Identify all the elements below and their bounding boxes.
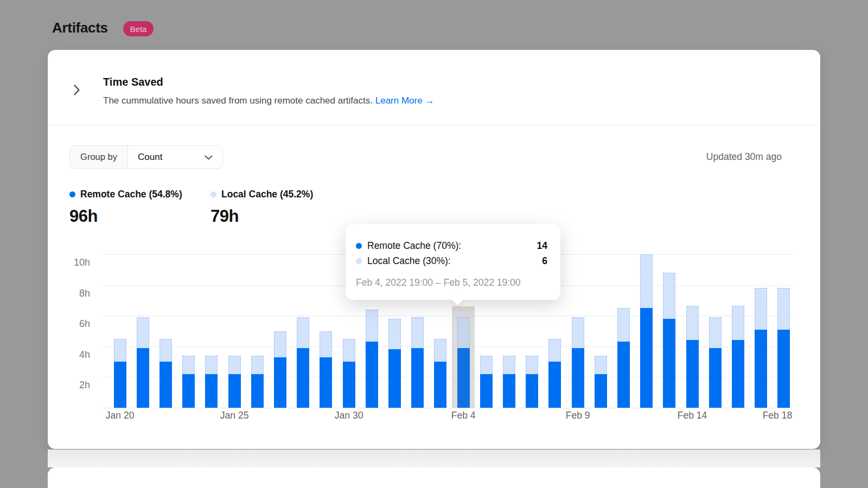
group-by-label: Group by bbox=[70, 146, 128, 168]
page: Artifacts Beta Time Saved The cummulativ… bbox=[0, 0, 868, 488]
next-card bbox=[48, 467, 820, 488]
group-by-control: Group by Count bbox=[69, 145, 223, 169]
chevron-down-icon bbox=[205, 152, 213, 163]
beta-badge: Beta bbox=[123, 21, 154, 36]
card-gap bbox=[48, 450, 820, 467]
tooltip-date-range: Feb 4, 2022 19:00 – Feb 5, 2022 19:00 bbox=[356, 277, 547, 288]
group-by-select[interactable]: Count bbox=[128, 146, 222, 168]
local-cache-dot bbox=[210, 191, 216, 197]
page-title: Artifacts bbox=[52, 20, 108, 36]
remote-cache-dot bbox=[69, 191, 75, 197]
updated-timestamp: Updated 30m ago bbox=[706, 151, 782, 163]
local-cache-total: 79h bbox=[210, 207, 239, 226]
remote-cache-dot bbox=[356, 243, 362, 249]
beta-badge-label: Beta bbox=[130, 24, 147, 34]
local-cache-dot bbox=[356, 258, 362, 264]
group-by-value: Count bbox=[138, 152, 162, 163]
remote-cache-total: 96h bbox=[69, 207, 98, 226]
card-title: Time Saved bbox=[103, 76, 163, 88]
divider bbox=[48, 125, 820, 125]
legend-label-local: Local Cache (45.2%) bbox=[221, 189, 313, 200]
tooltip-row-remote: Remote Cache (70%): 14 bbox=[356, 238, 547, 253]
tooltip-value-remote: 14 bbox=[537, 240, 547, 252]
chevron-right-icon[interactable] bbox=[73, 83, 81, 99]
legend-item-local[interactable]: Local Cache (45.2%) bbox=[210, 189, 313, 200]
legend-label-remote: Remote Cache (54.8%) bbox=[80, 189, 182, 200]
tooltip-value-local: 6 bbox=[542, 255, 547, 267]
legend-item-remote[interactable]: Remote Cache (54.8%) bbox=[69, 189, 182, 200]
tooltip-row-local: Local Cache (30%): 6 bbox=[356, 253, 547, 268]
card-description: The cummulative hours saved from using r… bbox=[103, 95, 434, 106]
chart-tooltip: Remote Cache (70%): 14 Local Cache (30%)… bbox=[346, 224, 560, 300]
learn-more-link[interactable]: Learn More → bbox=[375, 95, 435, 106]
